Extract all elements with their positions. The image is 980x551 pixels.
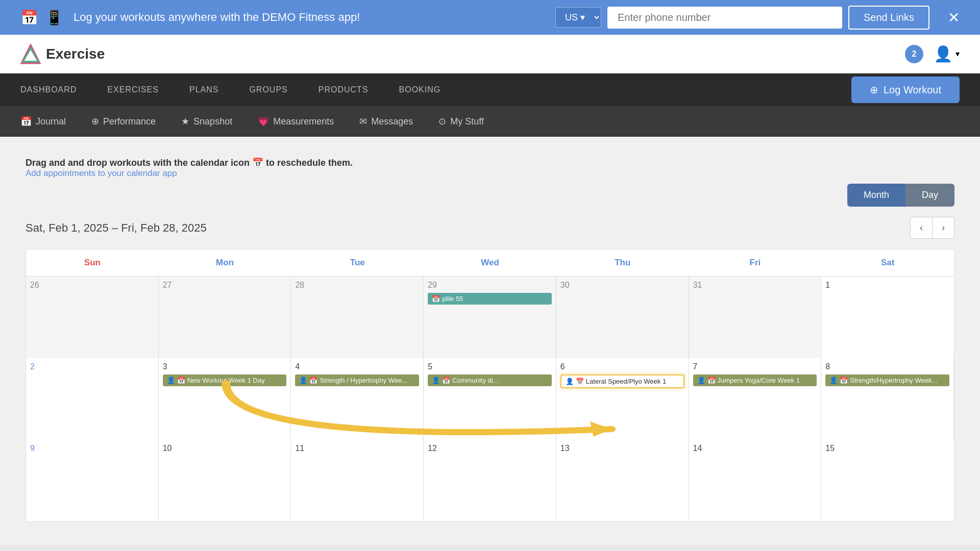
month-view-button[interactable]: Month: [847, 184, 905, 207]
workout-pill-feb6-highlighted[interactable]: 👤 📅 Lateral Speed/Plyo Week 1: [560, 374, 684, 388]
header-thu: Thu: [556, 249, 689, 276]
workout-pill-feb4[interactable]: 👤 📅 Strength / Hypertrophy Wee...: [295, 374, 419, 386]
day-view-button[interactable]: Day: [905, 184, 954, 207]
phone-section: US ▾ Send Links: [555, 6, 929, 30]
cell-feb13: 13: [556, 440, 689, 521]
logo: Exercise: [20, 44, 105, 64]
user-avatar[interactable]: 👤 ▾: [934, 45, 960, 63]
subnav-my-stuff-label: My Stuff: [450, 116, 484, 127]
user-icon: 👤: [829, 377, 838, 384]
calendar-small-icon: 📅: [840, 377, 848, 384]
calendar-pill-icon: 📅: [432, 295, 440, 303]
workout-label: Jumpers Yoga/Core Week 1: [718, 377, 800, 384]
drag-info-text: Drag and and drop workouts with the cale…: [26, 157, 954, 168]
nav-dashboard[interactable]: DASHBOARD: [20, 81, 77, 98]
calendar-body: 26 27 28 29 📅 pllie 55 30: [26, 277, 954, 521]
subnav-my-stuff[interactable]: ⊙ My Stuff: [438, 116, 484, 127]
cell-feb15: 15: [821, 440, 954, 521]
workout-pill-feb3[interactable]: 👤 📅 New Workout Week 1 Day: [163, 374, 287, 386]
drag-info: Drag and and drop workouts with the cale…: [26, 157, 954, 179]
date-label: 27: [163, 281, 287, 290]
country-select[interactable]: US ▾: [555, 7, 601, 28]
header-tue: Tue: [291, 249, 424, 276]
user-icon: 👤: [432, 377, 440, 384]
date-label: 11: [295, 444, 419, 453]
calendar-row-1: 26 27 28 29 📅 pllie 55 30: [26, 277, 954, 358]
subnav-performance[interactable]: ⊕ Performance: [91, 116, 156, 127]
prev-month-button[interactable]: ‹: [910, 217, 932, 239]
cell-feb5: 5 👤 📅 Community di...: [424, 358, 556, 440]
send-links-button[interactable]: Send Links: [848, 6, 929, 30]
workout-pill-feb5[interactable]: 👤 📅 Community di...: [428, 374, 552, 386]
cell-jan29: 29 📅 pllie 55: [424, 277, 556, 358]
date-label: 8: [825, 362, 949, 371]
date-label: 3: [163, 362, 287, 371]
phone-icon: 📱: [45, 9, 63, 26]
user-icon: 👤: [167, 377, 175, 384]
banner-text: Log your workouts anywhere with the DEMO…: [74, 11, 545, 24]
subnav-snapshot[interactable]: ★ Snapshot: [181, 116, 232, 127]
calendar-row-2: 2 3 👤 📅 New Workout Week 1 Day 4 👤 📅: [26, 358, 954, 440]
notification-badge[interactable]: 2: [905, 45, 923, 63]
cell-feb9: 9: [26, 440, 159, 521]
date-label: 29: [428, 281, 552, 290]
date-label: 12: [428, 444, 552, 453]
log-workout-button[interactable]: ⊕ Log Workout: [851, 77, 960, 103]
cell-feb4: 4 👤 📅 Strength / Hypertrophy Wee...: [291, 358, 424, 440]
workout-pill-feb7[interactable]: 👤 📅 Jumpers Yoga/Core Week 1: [693, 374, 817, 386]
header-right: 2 👤 ▾: [905, 45, 960, 63]
heart-icon: 💗: [258, 116, 269, 127]
main-nav: DASHBOARD EXERCISES PLANS GROUPS PRODUCT…: [0, 73, 980, 106]
nav-products[interactable]: PRODUCTS: [318, 81, 369, 98]
date-label: 26: [30, 281, 154, 290]
nav-exercises[interactable]: EXERCISES: [107, 81, 159, 98]
nav-plans[interactable]: PLANS: [189, 81, 218, 98]
cell-jan31: 31: [689, 277, 822, 358]
nav-groups[interactable]: GROUPS: [249, 81, 287, 98]
phone-input[interactable]: [607, 7, 842, 29]
cell-feb8: 8 👤 📅 Strength/Hypertrophy Week...: [821, 358, 954, 440]
subnav-journal-label: Journal: [36, 116, 66, 127]
cell-feb12: 12: [424, 440, 556, 521]
header-sun: Sun: [26, 249, 159, 276]
header-fri: Fri: [689, 249, 822, 276]
calendar-controls: Month Day: [26, 184, 954, 207]
calendar-header: Sun Mon Tue Wed Thu Fri Sat: [26, 249, 954, 277]
next-month-button[interactable]: ›: [932, 217, 954, 239]
date-label: 4: [295, 362, 419, 371]
add-appointments-link[interactable]: Add appointments to your calendar app: [26, 168, 177, 178]
date-range-label: Sat, Feb 1, 2025 – Fri, Feb 28, 2025: [26, 221, 207, 235]
date-label: 5: [428, 362, 552, 371]
cell-feb7: 7 👤 📅 Jumpers Yoga/Core Week 1: [689, 358, 822, 440]
calendar-small-icon: 📅: [309, 377, 317, 384]
nav-booking[interactable]: BOOKING: [399, 81, 441, 98]
subnav-messages[interactable]: ✉ Messages: [359, 116, 413, 127]
calendar: Sun Mon Tue Wed Thu Fri Sat 26 27 28: [26, 249, 954, 522]
user-icon: 👤: [697, 377, 705, 384]
sub-nav: 📅 Journal ⊕ Performance ★ Snapshot 💗 Mea…: [0, 106, 980, 137]
plus-circle-icon: ⊕: [870, 84, 878, 96]
calendar-small-icon: 📅: [20, 116, 32, 127]
cell-feb14: 14: [689, 440, 822, 521]
content-area: Drag and and drop workouts with the cale…: [0, 137, 980, 545]
date-label: 31: [693, 281, 817, 290]
user-icon: 👤: [566, 378, 574, 385]
workout-label: pllie 55: [442, 295, 463, 303]
subnav-measurements[interactable]: 💗 Measurements: [258, 116, 334, 127]
cell-jan27: 27: [159, 277, 291, 358]
subnav-snapshot-label: Snapshot: [193, 116, 232, 127]
date-label: 30: [560, 281, 684, 290]
close-banner-button[interactable]: ✕: [948, 9, 960, 26]
workout-pill[interactable]: 📅 pllie 55: [428, 293, 552, 305]
subnav-performance-label: Performance: [103, 116, 156, 127]
subnav-journal[interactable]: 📅 Journal: [20, 116, 66, 127]
date-label: 6: [560, 362, 684, 371]
header-sat: Sat: [821, 249, 954, 276]
cell-feb6: 6 👤 📅 Lateral Speed/Plyo Week 1: [556, 358, 689, 440]
workout-label: Strength / Hypertrophy Wee...: [320, 377, 407, 384]
top-banner: 📅 📱 Log your workouts anywhere with the …: [0, 0, 980, 35]
workout-pill-feb8[interactable]: 👤 📅 Strength/Hypertrophy Week...: [825, 374, 949, 386]
performance-icon: ⊕: [91, 116, 99, 127]
log-workout-label: Log Workout: [884, 84, 941, 96]
cell-jan26: 26: [26, 277, 159, 358]
